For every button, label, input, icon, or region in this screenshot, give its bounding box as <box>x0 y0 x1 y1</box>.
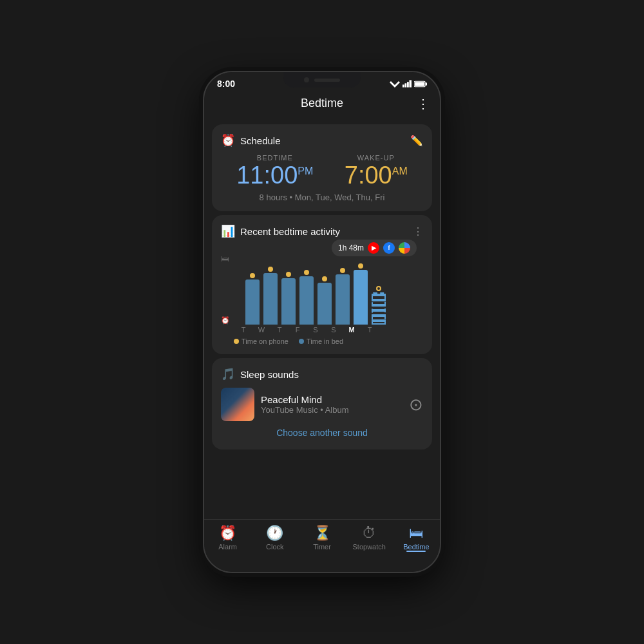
bar-blue <box>317 283 332 325</box>
stopwatch-nav-icon: ⏱ <box>362 525 376 542</box>
sleep-sounds-card: 🎵 Sleep sounds Peaceful Mind YouTube Mus… <box>212 358 432 450</box>
wakeup-ampm: AM <box>392 166 408 176</box>
app-header: Bedtime ⋮ <box>204 91 440 115</box>
gold-dot <box>340 268 345 273</box>
gold-dot <box>286 272 291 277</box>
edit-button[interactable]: ✏️ <box>410 135 423 147</box>
bar-T-today <box>372 286 386 325</box>
legend-bed: Time in bed <box>299 337 343 345</box>
chart-legend: Time on phone Time in bed <box>234 337 423 345</box>
activity-header-left: 📊 Recent bedtime activity <box>221 224 340 238</box>
speaker-bar <box>314 79 340 82</box>
activity-card-header: 📊 Recent bedtime activity ⋮ <box>221 224 423 238</box>
nav-clock[interactable]: 🕐 Clock <box>251 525 298 551</box>
sound-subtitle: YouTube Music • Album <box>261 405 402 415</box>
activity-title: Recent bedtime activity <box>240 226 340 237</box>
svg-rect-7 <box>415 82 424 86</box>
bedtime-value: 11:00PM <box>236 163 313 187</box>
facebook-badge: f <box>383 242 395 254</box>
bar-S2 <box>336 268 350 325</box>
choose-sound-button[interactable]: Choose another sound <box>221 421 423 440</box>
sleep-sounds-title: Sleep sounds <box>240 369 299 380</box>
schedule-header-left: ⏰ Schedule <box>221 133 281 147</box>
sleep-sounds-header-left: 🎵 Sleep sounds <box>221 367 299 381</box>
bar-blue <box>263 273 278 325</box>
alarm-nav-icon: ⏰ <box>219 525 236 542</box>
alarm-nav-label: Alarm <box>218 543 237 551</box>
gold-dot <box>304 270 309 275</box>
nav-stopwatch[interactable]: ⏱ Stopwatch <box>346 525 393 551</box>
play-button[interactable]: ⊙ <box>409 395 423 415</box>
bar-dashed-today <box>372 292 386 325</box>
wakeup-block[interactable]: WAKE-UP 7:00AM <box>345 154 408 187</box>
phone-screen: 8:00 <box>204 72 440 572</box>
svg-marker-0 <box>390 81 400 88</box>
bed-icon-top: 🛏 <box>221 254 230 263</box>
sound-item[interactable]: Peaceful Mind YouTube Music • Album ⊙ <box>221 388 423 421</box>
day-T1: T <box>236 326 251 334</box>
bars-area <box>245 247 386 325</box>
status-icons <box>390 80 427 88</box>
activity-card: 📊 Recent bedtime activity ⋮ 1h 48m ▶ f <box>212 215 432 354</box>
bar-W <box>263 267 278 325</box>
nav-alarm[interactable]: ⏰ Alarm <box>204 525 251 551</box>
page-title: Bedtime <box>301 97 343 110</box>
legend-bed-label: Time in bed <box>307 337 343 345</box>
alarm-icon: ⏰ <box>221 133 235 147</box>
bar-M <box>354 263 368 325</box>
wakeup-value: 7:00AM <box>345 163 408 187</box>
gold-dot <box>250 273 255 278</box>
svg-rect-1 <box>402 84 404 87</box>
music-icon: 🎵 <box>221 367 235 381</box>
nav-timer[interactable]: ⏳ Timer <box>298 525 345 551</box>
day-S1: S <box>308 326 323 334</box>
bar-blue <box>281 278 296 325</box>
chart-icon: 📊 <box>221 224 235 238</box>
legend-phone: Time on phone <box>234 337 289 345</box>
wakeup-label: WAKE-UP <box>345 154 408 162</box>
more-options-button[interactable]: ⋮ <box>417 96 430 111</box>
timer-nav-label: Timer <box>313 543 331 551</box>
day-T2: T <box>272 326 287 334</box>
schedule-card: ⏰ Schedule ✏️ BEDTIME 11:00PM WAKE-UP <box>212 124 432 211</box>
gold-dot <box>268 267 273 272</box>
phone-device: 8:00 <box>203 71 441 573</box>
chart-wrapper: 1h 48m ▶ f 🛏 ⏰ <box>221 245 423 345</box>
svg-rect-6 <box>426 82 427 85</box>
bedtime-nav-label: Bedtime <box>403 543 429 551</box>
bar-T2 <box>281 272 296 325</box>
schedule-title: Schedule <box>240 135 281 146</box>
clock-nav-icon: 🕐 <box>266 525 283 542</box>
bedtime-ampm: PM <box>298 166 313 176</box>
schedule-times: BEDTIME 11:00PM WAKE-UP 7:00AM <box>221 154 423 187</box>
bar-blue <box>299 276 314 325</box>
chrome-badge <box>399 242 410 254</box>
legend-blue-dot <box>299 339 304 344</box>
svg-rect-3 <box>407 82 409 87</box>
gold-dot-today <box>376 286 381 291</box>
bedtime-hour: 11:00 <box>236 162 298 189</box>
day-M: M <box>345 326 359 334</box>
active-indicator <box>406 551 426 552</box>
bedtime-block[interactable]: BEDTIME 11:00PM <box>236 154 313 187</box>
signal-icon <box>402 80 412 88</box>
wifi-icon <box>390 80 400 88</box>
camera-dot <box>304 77 309 82</box>
bar-blue <box>336 274 350 325</box>
legend-phone-label: Time on phone <box>242 337 289 345</box>
tooltip-time: 1h 48m <box>338 243 364 252</box>
schedule-summary: 8 hours • Mon, Tue, Wed, Thu, Fri <box>221 193 423 202</box>
bedtime-nav-icon: 🛏 <box>409 525 423 542</box>
bar-blue-active <box>354 270 368 325</box>
notch <box>283 72 361 88</box>
nav-bedtime[interactable]: 🛏 Bedtime <box>393 525 440 552</box>
activity-more-button[interactable]: ⋮ <box>413 225 423 238</box>
wakeup-hour: 7:00 <box>345 162 392 189</box>
main-content: ⏰ Schedule ✏️ BEDTIME 11:00PM WAKE-UP <box>204 120 440 556</box>
bar-blue <box>245 279 260 325</box>
day-T-today: T <box>363 326 377 334</box>
status-time: 8:00 <box>217 79 235 89</box>
youtube-badge: ▶ <box>368 242 379 254</box>
bar-F <box>299 270 314 325</box>
gold-dot <box>322 276 327 281</box>
